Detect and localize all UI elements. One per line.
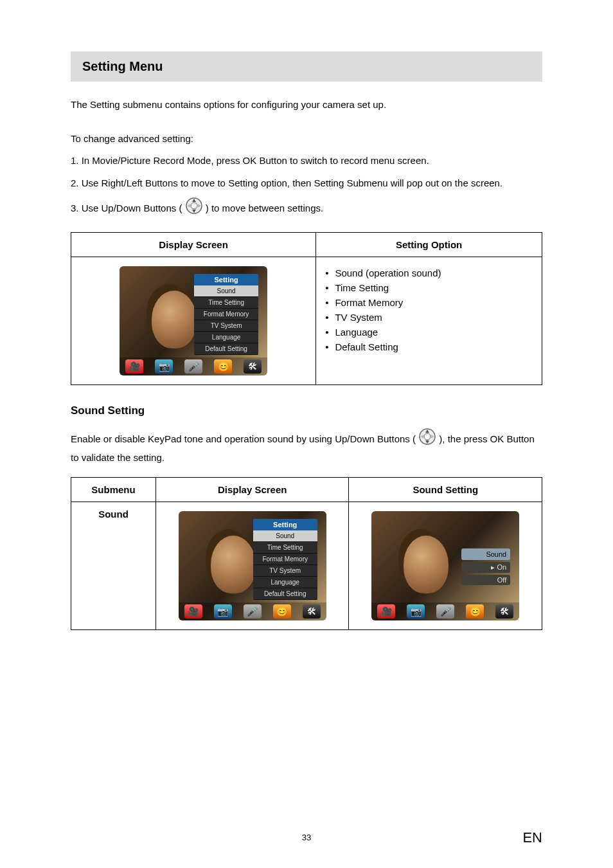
mic-icon[interactable]: 🎤: [436, 604, 454, 619]
movie-icon[interactable]: 🎥: [377, 604, 395, 619]
display-screen-preview: Setting Sound Time Setting Format Memory…: [179, 511, 326, 620]
effect-icon[interactable]: 😊: [466, 604, 484, 619]
mic-icon[interactable]: 🎤: [244, 604, 262, 619]
setting-option-table: Display Screen Setting Option Setting So…: [71, 232, 542, 385]
menu-item[interactable]: Default Setting: [253, 588, 317, 600]
step-3-text-a: 3. Use Up/Down Buttons (: [71, 203, 185, 213]
menu-title: Setting: [253, 519, 317, 530]
sound-setting-preview: Sound ▸ On Off 🎥 📷 🎤 😊 🛠: [371, 511, 519, 620]
tools-icon[interactable]: 🛠: [244, 359, 262, 374]
page-number: 33: [0, 833, 613, 842]
list-item: Time Setting: [325, 282, 533, 293]
photo-icon[interactable]: 📷: [407, 604, 425, 619]
list-item: Language: [325, 327, 533, 338]
t2-col3-header: Sound Setting: [349, 477, 542, 502]
t1-col1-header: Display Screen: [71, 232, 316, 257]
step-3-text-b: ) to move between settings.: [206, 203, 323, 213]
sound-setting-heading: Sound Setting: [71, 404, 542, 417]
preview-icon-bar: 🎥 📷 🎤 😊 🛠: [371, 602, 519, 620]
step-1: 1. In Movie/Picture Record Mode, press O…: [71, 154, 542, 168]
tools-icon[interactable]: 🛠: [495, 604, 513, 619]
t1-options-cell: Sound (operation sound) Time Setting For…: [316, 257, 542, 384]
list-item: Sound (operation sound): [325, 267, 533, 278]
effect-icon[interactable]: 😊: [214, 359, 232, 374]
svg-point-7: [424, 433, 431, 440]
menu-item[interactable]: TV System: [194, 320, 258, 332]
list-item: TV System: [325, 312, 533, 323]
sound-desc-a: Enable or disable KeyPad tone and operat…: [71, 433, 418, 444]
effect-icon[interactable]: 😊: [273, 604, 291, 619]
setting-option-list: Sound (operation sound) Time Setting For…: [325, 267, 533, 352]
menu-item[interactable]: Sound: [194, 285, 258, 297]
menu-item[interactable]: Time Setting: [253, 542, 317, 554]
sound-setting-desc: Enable or disable KeyPad tone and operat…: [71, 429, 542, 466]
menu-item[interactable]: Language: [253, 577, 317, 588]
movie-icon[interactable]: 🎥: [125, 359, 143, 374]
nav-pad-icon: [418, 428, 436, 450]
menu-item[interactable]: Language: [194, 332, 258, 343]
step-3: 3. Use Up/Down Buttons ( ) to move betwe…: [71, 198, 542, 221]
list-item: Default Setting: [325, 341, 533, 352]
submenu-label: Sound: [71, 502, 156, 629]
t1-display-cell: Setting Sound Time Setting Format Memory…: [71, 257, 316, 384]
menu-item[interactable]: TV System: [253, 565, 317, 577]
setting-menu-panel: Setting Sound Time Setting Format Memory…: [194, 274, 258, 355]
menu-item[interactable]: Time Setting: [194, 297, 258, 309]
face-photo: [152, 291, 197, 348]
t2-col2-header: Display Screen: [155, 477, 349, 502]
list-item: Format Memory: [325, 297, 533, 308]
mic-icon[interactable]: 🎤: [184, 359, 202, 374]
t2-col1-header: Submenu: [71, 477, 156, 502]
preview-icon-bar: 🎥 📷 🎤 😊 🛠: [179, 602, 326, 620]
menu-item[interactable]: Sound: [253, 530, 317, 542]
section-header: Setting Menu: [71, 51, 542, 82]
intro-text: The Setting submenu contains options for…: [71, 98, 542, 113]
steps-lead: To change advanced setting:: [71, 132, 542, 147]
page-language: EN: [522, 829, 542, 846]
sound-options-panel: Sound ▸ On Off: [461, 548, 510, 587]
svg-point-1: [191, 203, 197, 209]
movie-icon[interactable]: 🎥: [184, 604, 202, 619]
page-title: Setting Menu: [82, 59, 531, 74]
nav-pad-icon: [185, 197, 203, 219]
t2-sound-cell: Sound ▸ On Off 🎥 📷 🎤 😊 🛠: [349, 502, 542, 629]
photo-icon[interactable]: 📷: [214, 604, 232, 619]
t2-display-cell: Setting Sound Time Setting Format Memory…: [155, 502, 349, 629]
sound-panel-title: Sound: [461, 548, 510, 560]
setting-menu-panel: Setting Sound Time Setting Format Memory…: [253, 519, 317, 600]
sound-setting-table: Submenu Display Screen Sound Setting Sou…: [71, 477, 542, 630]
step-2: 2. Use Right/Left Buttons to move to Set…: [71, 176, 542, 191]
menu-item[interactable]: Format Memory: [194, 309, 258, 320]
tools-icon[interactable]: 🛠: [303, 604, 321, 619]
menu-item[interactable]: Format Memory: [253, 554, 317, 565]
sound-option-on[interactable]: ▸ On: [461, 562, 510, 573]
photo-icon[interactable]: 📷: [155, 359, 173, 374]
menu-item[interactable]: Default Setting: [194, 343, 258, 355]
t1-col2-header: Setting Option: [316, 232, 542, 257]
display-screen-preview: Setting Sound Time Setting Format Memory…: [120, 266, 267, 375]
sound-option-off[interactable]: Off: [461, 575, 510, 585]
preview-icon-bar: 🎥 📷 🎤 😊 🛠: [120, 357, 267, 375]
menu-title: Setting: [194, 274, 258, 285]
face-photo: [404, 536, 449, 593]
face-photo: [211, 536, 256, 593]
